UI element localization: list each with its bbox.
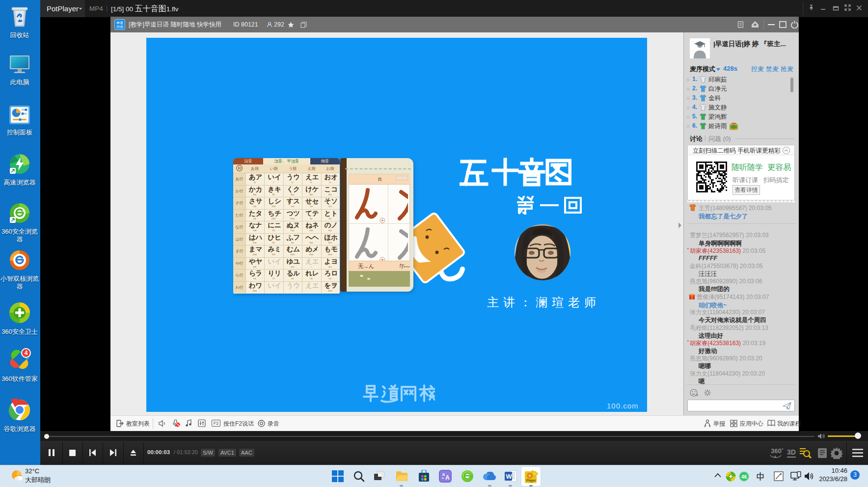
- svg-text:W: W: [506, 473, 513, 480]
- svg-text:46: 46: [741, 474, 747, 480]
- svg-text:A: A: [696, 393, 699, 397]
- svg-text:Player: Player: [526, 479, 536, 483]
- svg-text:4: 4: [25, 350, 28, 356]
- svg-text:A: A: [445, 474, 450, 481]
